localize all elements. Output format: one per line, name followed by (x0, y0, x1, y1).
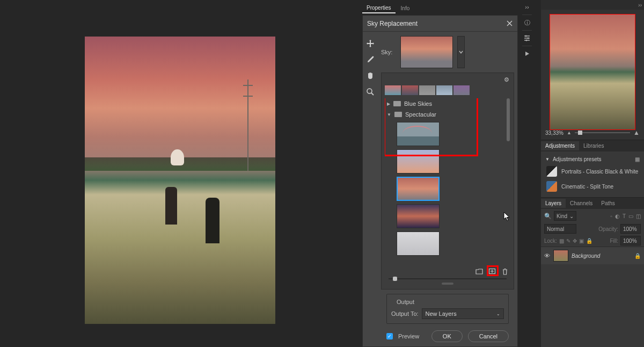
sky-preset-selected[interactable] (397, 177, 440, 201)
preset-scrollbar[interactable] (506, 98, 510, 265)
preset-cinematic[interactable]: Cinematic - Split Tone (545, 179, 640, 194)
sky-preset-sunset2[interactable] (397, 204, 440, 228)
layer-filter-select[interactable]: Kind ⌄ (554, 211, 576, 221)
layer-thumbnail[interactable] (553, 250, 568, 262)
lock-nest-icon[interactable]: ▣ (579, 238, 584, 244)
mountain-large-icon[interactable]: ▲ (633, 129, 640, 136)
sky-preset-clouds[interactable] (397, 232, 440, 256)
thumb-recent[interactable] (402, 85, 418, 95)
navigator-panel[interactable] (541, 10, 644, 128)
dialog-footer: ✓ Preview OK Cancel (381, 326, 514, 346)
filter-pixel-icon[interactable]: ▫ (610, 213, 612, 219)
folder-label: Blue Skies (404, 100, 432, 107)
panel-menu-icon[interactable]: ›› (522, 2, 532, 12)
folder-spectacular[interactable]: ▼ Spectacular (385, 109, 510, 120)
sky-replacement-dialog: Sky Replacement Sky: ⚙ (362, 15, 518, 347)
adjustments-panel: ▼ Adjustments presets ▦ Portraits - Clas… (541, 151, 644, 197)
filter-type-icon[interactable]: T (623, 213, 626, 219)
zoom-tool-icon[interactable] (365, 86, 376, 97)
tab-channels[interactable]: Channels (566, 199, 597, 208)
output-legend: Output (394, 299, 416, 305)
thumb-recent[interactable] (436, 85, 452, 95)
thumb-recent[interactable] (419, 85, 435, 95)
tab-paths[interactable]: Paths (597, 199, 619, 208)
cancel-button[interactable]: Cancel (468, 330, 509, 342)
panel-tabs: Properties Info (362, 2, 414, 14)
thumb-recent[interactable] (453, 85, 470, 95)
output-to-value: New Layers (426, 310, 457, 317)
panel-menu-icon[interactable]: ›› (638, 2, 642, 8)
right-panel-column: ›› 33,33% ▲ ▲ Adjustments Libraries ▼ Ad… (541, 0, 644, 347)
lock-brush-icon[interactable]: ✎ (566, 238, 570, 244)
filter-shape-icon[interactable]: ▭ (628, 213, 633, 219)
new-folder-icon[interactable] (475, 268, 484, 275)
tab-layers[interactable]: Layers (541, 199, 566, 208)
tab-libraries[interactable]: Libraries (579, 141, 608, 150)
zoom-slider[interactable] (575, 132, 630, 133)
play-icon[interactable] (522, 49, 532, 59)
adjustments-presets-header[interactable]: ▼ Adjustments presets ▦ (545, 155, 640, 164)
sky-preset-sunset1[interactable] (397, 149, 440, 174)
preset-thumb-icon (546, 166, 557, 177)
folder-blue-skies[interactable]: ▶ Blue Skies (385, 98, 510, 109)
dialog-titlebar[interactable]: Sky Replacement (363, 16, 517, 32)
output-to-select[interactable]: New Layers ⌄ (422, 308, 504, 319)
sky-preset-list (385, 120, 510, 258)
opacity-input[interactable]: 100% (620, 224, 641, 234)
info-icon[interactable]: ⓘ (522, 18, 532, 27)
trash-icon[interactable] (501, 268, 509, 275)
svg-point-4 (526, 40, 528, 41)
blend-mode-select[interactable]: Normal (544, 224, 576, 234)
filter-smart-icon[interactable]: ◫ (636, 213, 641, 219)
svg-point-2 (525, 35, 527, 37)
sky-dropdown-toggle[interactable] (457, 36, 465, 68)
panel-resize-grip[interactable] (442, 283, 453, 285)
preset-bw[interactable]: Portraits - Classic Black & White (545, 164, 640, 179)
output-section: Output Output To: New Layers ⌄ (386, 294, 509, 324)
presets-header-label: Adjustments presets (553, 156, 602, 162)
navigator-thumbnail[interactable] (550, 14, 635, 130)
canvas-area[interactable] (0, 0, 360, 347)
hand-tool-icon[interactable] (365, 70, 376, 81)
chevron-down-icon: ▼ (545, 157, 550, 162)
dialog-title-text: Sky Replacement (367, 20, 418, 27)
visibility-icon[interactable]: 👁 (544, 252, 550, 259)
lock-trans-icon[interactable]: ▩ (559, 238, 564, 244)
thumb-size-slider[interactable] (385, 275, 510, 280)
gear-icon[interactable]: ⚙ (504, 76, 509, 83)
grid-view-icon[interactable]: ▦ (635, 156, 640, 162)
lock-move-icon[interactable]: ✥ (573, 238, 577, 244)
preview-label: Preview (398, 333, 419, 339)
tab-adjustments[interactable]: Adjustments (541, 141, 579, 150)
sky-label: Sky: (381, 49, 396, 55)
brush-tool-icon[interactable] (365, 54, 376, 65)
zoom-value[interactable]: 33,33% (545, 130, 564, 136)
search-icon[interactable]: 🔍 (544, 213, 552, 220)
fill-input[interactable]: 100% (620, 236, 641, 245)
sky-current-thumb[interactable] (400, 36, 453, 68)
ok-button[interactable]: OK (431, 330, 463, 342)
layer-background[interactable]: 👁 Background 🔒 (541, 247, 644, 264)
svg-point-3 (528, 38, 529, 39)
chevron-down-icon: ⌄ (496, 312, 500, 316)
document-image[interactable] (85, 37, 275, 324)
move-tool-icon[interactable] (365, 38, 376, 49)
recent-thumbs (385, 85, 510, 95)
preview-checkbox[interactable]: ✓ (386, 333, 393, 339)
folder-icon (394, 112, 402, 117)
tab-properties[interactable]: Properties (362, 3, 396, 13)
filter-adjust-icon[interactable]: ◐ (615, 213, 620, 219)
lock-all-icon[interactable]: 🔒 (586, 238, 592, 244)
output-to-label: Output To: (391, 310, 419, 317)
lock-icon[interactable]: 🔒 (634, 253, 641, 259)
mountain-small-icon[interactable]: ▲ (567, 130, 572, 135)
tab-info[interactable]: Info (397, 4, 414, 13)
adjust-icon[interactable] (522, 33, 532, 43)
thumb-recent[interactable] (385, 85, 401, 95)
lock-label: Lock: (544, 238, 557, 244)
opacity-label: Opacity: (598, 226, 618, 232)
sky-preset-rainbow[interactable] (397, 122, 440, 146)
layer-name-label[interactable]: Background (572, 253, 600, 259)
new-preset-icon[interactable] (488, 268, 496, 275)
close-icon[interactable] (506, 20, 513, 27)
